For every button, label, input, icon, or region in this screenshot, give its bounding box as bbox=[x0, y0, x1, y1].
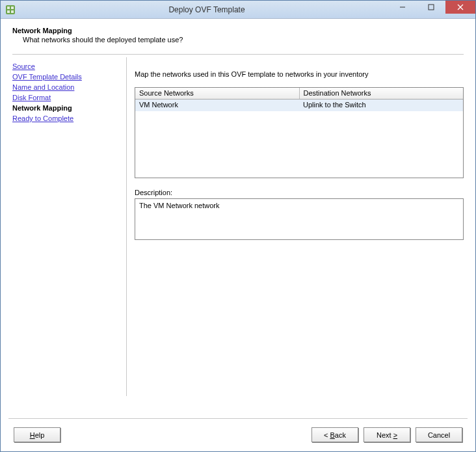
wizard-header: Network Mapping What networks should the… bbox=[1, 19, 475, 50]
next-button[interactable]: Next > bbox=[364, 427, 410, 442]
main-pane: Map the networks used in this OVF templa… bbox=[126, 57, 464, 396]
step-ready-to-complete[interactable]: Ready to Complete bbox=[12, 113, 121, 124]
column-source-networks[interactable]: Source Networks bbox=[135, 88, 300, 99]
step-source[interactable]: Source bbox=[12, 61, 121, 72]
footer-buttons: Help < Back Next > Cancel bbox=[14, 427, 462, 442]
cancel-button[interactable]: Cancel bbox=[416, 427, 462, 442]
table-header: Source Networks Destination Networks bbox=[135, 88, 463, 100]
column-destination-networks[interactable]: Destination Networks bbox=[300, 88, 464, 99]
app-icon bbox=[5, 4, 16, 16]
step-disk-format[interactable]: Disk Format bbox=[12, 92, 121, 103]
page-subtitle: What networks should the deployed templa… bbox=[12, 36, 464, 44]
cell-source-network: VM Network bbox=[135, 100, 299, 111]
back-label-rest: ack bbox=[335, 431, 346, 439]
help-label-rest: elp bbox=[35, 431, 45, 439]
step-ovf-template-details[interactable]: OVF Template Details bbox=[12, 72, 121, 82]
footer-divider bbox=[8, 418, 468, 419]
description-box: The VM Network network bbox=[135, 198, 464, 240]
next-label-pre: Next bbox=[377, 431, 393, 439]
close-button[interactable] bbox=[445, 1, 475, 14]
instruction-text: Map the networks used in this OVF templa… bbox=[135, 70, 464, 78]
svg-rect-1 bbox=[7, 7, 10, 9]
window-controls bbox=[388, 1, 475, 14]
svg-rect-3 bbox=[7, 10, 10, 13]
titlebar: Deploy OVF Template bbox=[1, 1, 475, 19]
minimize-button[interactable] bbox=[388, 1, 417, 14]
back-button[interactable]: < Back bbox=[311, 427, 358, 442]
page-title: Network Mapping bbox=[12, 27, 464, 34]
svg-rect-2 bbox=[11, 7, 14, 9]
table-row[interactable]: VM Network Uplink to the Switch bbox=[135, 100, 463, 111]
svg-rect-6 bbox=[429, 5, 434, 10]
back-label-pre: < bbox=[324, 431, 330, 439]
help-button[interactable]: Help bbox=[14, 427, 60, 442]
maximize-button[interactable] bbox=[417, 1, 445, 14]
network-mapping-table: Source Networks Destination Networks VM … bbox=[135, 87, 464, 178]
cell-destination-network[interactable]: Uplink to the Switch bbox=[299, 100, 463, 111]
wizard-steps-sidebar: Source OVF Template Details Name and Loc… bbox=[12, 57, 126, 396]
step-name-and-location[interactable]: Name and Location bbox=[12, 82, 121, 92]
svg-rect-4 bbox=[11, 10, 14, 13]
content-area: Source OVF Template Details Name and Loc… bbox=[1, 55, 475, 396]
step-network-mapping: Network Mapping bbox=[12, 103, 121, 113]
description-text: The VM Network network bbox=[139, 202, 219, 209]
description-label: Description: bbox=[135, 189, 464, 196]
table-body-empty bbox=[135, 111, 463, 178]
